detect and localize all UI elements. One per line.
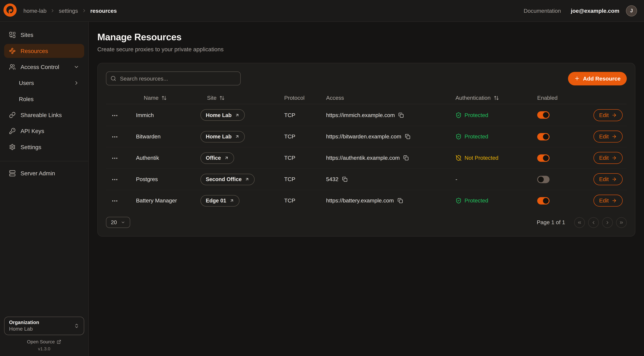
site-link[interactable]: Home Lab	[200, 109, 245, 121]
breadcrumb-resources: resources	[90, 8, 117, 14]
copy-button[interactable]	[398, 198, 403, 203]
table-row: ⋯ Immich Home Lab TCP https://immich.exa…	[106, 104, 627, 126]
sidebar-item-label: Settings	[20, 144, 41, 150]
access-url: https://bitwarden.example.com	[326, 134, 401, 140]
copy-button[interactable]	[405, 134, 410, 139]
edit-button[interactable]: Edit	[594, 152, 623, 164]
row-menu-button[interactable]: ⋯	[110, 175, 120, 183]
page-title: Manage Resources	[97, 32, 636, 43]
chevron-down-icon	[74, 64, 79, 70]
protocol-value: TCP	[284, 155, 295, 161]
site-link[interactable]: Home Lab	[200, 131, 245, 142]
main-content: Manage Resources Create secure proxies t…	[89, 22, 644, 356]
last-page-button[interactable]	[616, 217, 627, 228]
copy-button[interactable]	[398, 112, 404, 118]
auth-status-badge: Protected	[456, 198, 488, 204]
sidebar-item-api-keys[interactable]: API Keys	[4, 124, 84, 138]
next-page-button[interactable]	[602, 217, 613, 228]
column-header-name[interactable]: Name	[136, 95, 200, 101]
organization-select[interactable]: Organization Home Lab	[4, 317, 84, 335]
site-link[interactable]: Edge 01	[200, 195, 239, 206]
row-menu-button[interactable]: ⋯	[110, 111, 120, 119]
page-subtitle: Create secure proxies to your private ap…	[97, 46, 636, 52]
access-url: https://battery.example.com	[326, 198, 394, 204]
site-link[interactable]: Second Office	[200, 174, 255, 185]
protocol-value: TCP	[284, 176, 295, 182]
access-url: https://immich.example.com	[326, 112, 395, 118]
arrow-up-right-icon	[235, 134, 239, 139]
documentation-link[interactable]: Documentation	[524, 8, 561, 14]
toolbar: Add Resource	[106, 72, 627, 86]
organization-label: Organization	[9, 320, 74, 326]
shield-check-icon	[456, 134, 462, 140]
arrow-right-icon	[612, 176, 617, 182]
avatar[interactable]: J	[626, 5, 637, 16]
chevrons-right-icon	[619, 220, 624, 225]
resource-name: Postgres	[136, 176, 158, 182]
site-link[interactable]: Office	[200, 152, 234, 164]
table-row: ⋯ Postgres Second Office TCP 5432 -	[106, 168, 627, 190]
arrow-right-icon	[612, 134, 617, 139]
sidebar-item-roles[interactable]: Roles	[4, 92, 84, 106]
enabled-toggle[interactable]	[537, 176, 550, 183]
version-label: v1.3.0	[4, 346, 84, 351]
sidebar-item-label: Users	[19, 80, 34, 86]
open-source-link[interactable]: Open Source	[4, 339, 84, 344]
sort-icon	[219, 95, 225, 101]
enabled-toggle[interactable]	[537, 154, 550, 162]
previous-page-button[interactable]	[588, 217, 599, 228]
search-input[interactable]	[106, 72, 240, 86]
sidebar-item-access-control[interactable]: Access Control	[4, 60, 84, 74]
sort-icon	[161, 95, 167, 101]
chevron-right-icon	[50, 8, 55, 13]
sidebar-item-shareable-links[interactable]: Shareable Links	[4, 108, 84, 122]
edit-button[interactable]: Edit	[594, 130, 623, 142]
edit-button[interactable]: Edit	[594, 195, 623, 206]
chevron-down-icon	[121, 220, 126, 225]
sidebar-item-sites[interactable]: Sites	[4, 28, 84, 42]
chevron-right-icon	[74, 80, 79, 86]
page-size-select[interactable]: 20	[106, 217, 130, 228]
edit-button[interactable]: Edit	[594, 109, 623, 121]
copy-button[interactable]	[404, 155, 409, 160]
resources-table: Name Site Protocol Access Authentication	[106, 92, 627, 211]
users-icon	[9, 64, 16, 70]
sidebar-item-users[interactable]: Users	[4, 76, 84, 90]
edit-button[interactable]: Edit	[594, 173, 623, 185]
arrow-right-icon	[612, 155, 617, 160]
page-info: Page 1 of 1	[537, 219, 565, 226]
breadcrumb-home-lab[interactable]: home-lab	[23, 8, 46, 14]
breadcrumb-settings[interactable]: settings	[59, 8, 78, 14]
auth-status-badge: Protected	[456, 134, 488, 140]
shield-check-icon	[456, 112, 462, 118]
column-header-site[interactable]: Site	[200, 95, 284, 101]
enabled-toggle[interactable]	[537, 111, 550, 119]
table-row: ⋯ Bitwarden Home Lab TCP https://bitward…	[106, 126, 627, 147]
user-email: joe@example.com	[571, 8, 620, 14]
sidebar-item-resources[interactable]: Resources	[4, 44, 84, 58]
row-menu-button[interactable]: ⋯	[110, 154, 120, 162]
add-resource-button[interactable]: Add Resource	[568, 72, 627, 85]
auth-status-badge: -	[456, 176, 458, 182]
search-icon	[110, 76, 116, 81]
access-url: 5432	[326, 176, 338, 182]
table-body: ⋯ Immich Home Lab TCP https://immich.exa…	[106, 104, 627, 211]
table-row: ⋯ Battery Manager Edge 01 TCP https://ba…	[106, 190, 627, 211]
first-page-button[interactable]	[574, 217, 585, 228]
column-header-authentication[interactable]: Authentication	[456, 95, 537, 101]
sidebar-item-server-admin[interactable]: Server Admin	[4, 166, 84, 180]
pangolin-logo-icon[interactable]	[3, 3, 17, 18]
chevrons-up-down-icon	[74, 323, 79, 328]
arrow-up-right-icon	[235, 113, 239, 117]
copy-button[interactable]	[342, 176, 348, 182]
auth-status-badge: Protected	[456, 112, 488, 118]
sidebar-item-label: Sites	[20, 32, 33, 38]
enabled-toggle[interactable]	[537, 197, 550, 204]
row-menu-button[interactable]: ⋯	[110, 197, 120, 204]
row-menu-button[interactable]: ⋯	[110, 133, 120, 140]
resource-name: Bitwarden	[136, 134, 161, 140]
copy-icon	[404, 155, 409, 160]
access-url: https://authentik.example.com	[326, 155, 400, 161]
sidebar-item-settings[interactable]: Settings	[4, 140, 84, 154]
enabled-toggle[interactable]	[537, 133, 550, 140]
